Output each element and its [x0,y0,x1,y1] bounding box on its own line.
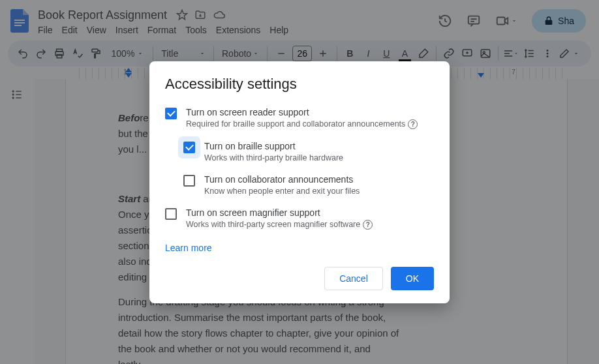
dialog-title: Accessibility settings [165,76,434,93]
collaborator-checkbox[interactable] [183,175,195,187]
cancel-button[interactable]: Cancel [324,267,383,290]
screen-reader-label: Turn on screen reader support [186,107,418,117]
braille-checkbox[interactable] [183,142,195,153]
learn-more-link[interactable]: Learn more [165,243,212,253]
ok-button[interactable]: OK [391,267,434,290]
help-icon[interactable]: ? [363,220,373,230]
accessibility-dialog: Accessibility settings Turn on screen re… [149,61,450,303]
help-icon[interactable]: ? [408,119,418,129]
magnifier-label: Turn on screen magnifier support [186,207,373,218]
magnifier-checkbox[interactable] [165,208,177,220]
modal-overlay: Accessibility settings Turn on screen re… [0,0,599,364]
braille-label: Turn on braille support [204,141,343,151]
screen-reader-checkbox[interactable] [165,108,177,119]
collaborator-label: Turn on collaborator announcements [204,174,360,185]
